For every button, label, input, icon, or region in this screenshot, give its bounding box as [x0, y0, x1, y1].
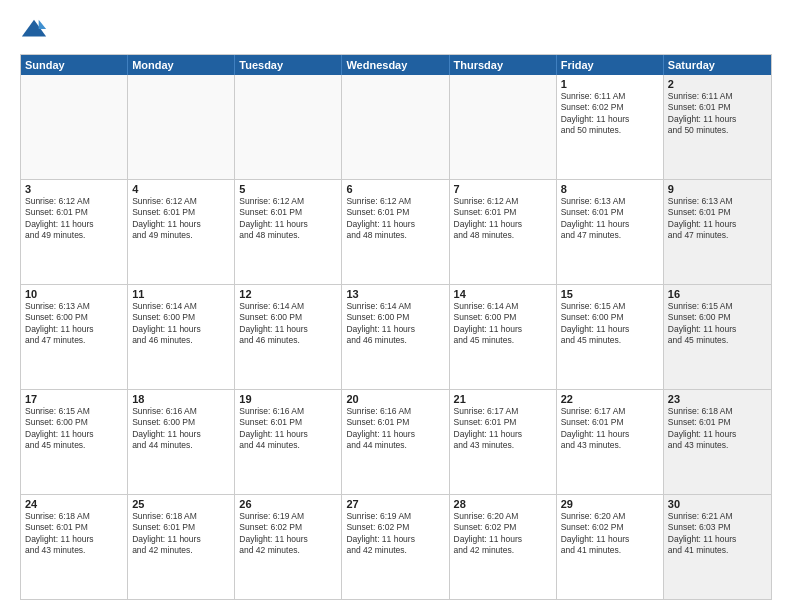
day-number: 5	[239, 183, 337, 195]
day-number: 27	[346, 498, 444, 510]
cell-text: Sunrise: 6:11 AM Sunset: 6:01 PM Dayligh…	[668, 91, 767, 137]
svg-marker-1	[39, 20, 46, 29]
logo-icon	[20, 16, 48, 44]
day-number: 24	[25, 498, 123, 510]
calendar-cell: 24Sunrise: 6:18 AM Sunset: 6:01 PM Dayli…	[21, 495, 128, 599]
page: SundayMondayTuesdayWednesdayThursdayFrid…	[0, 0, 792, 612]
day-number: 4	[132, 183, 230, 195]
calendar-cell	[342, 75, 449, 179]
cell-text: Sunrise: 6:14 AM Sunset: 6:00 PM Dayligh…	[239, 301, 337, 347]
day-number: 23	[668, 393, 767, 405]
calendar-cell: 11Sunrise: 6:14 AM Sunset: 6:00 PM Dayli…	[128, 285, 235, 389]
day-number: 20	[346, 393, 444, 405]
calendar-row: 1Sunrise: 6:11 AM Sunset: 6:02 PM Daylig…	[21, 75, 771, 180]
calendar-row: 24Sunrise: 6:18 AM Sunset: 6:01 PM Dayli…	[21, 495, 771, 599]
cell-text: Sunrise: 6:16 AM Sunset: 6:00 PM Dayligh…	[132, 406, 230, 452]
cell-text: Sunrise: 6:11 AM Sunset: 6:02 PM Dayligh…	[561, 91, 659, 137]
cell-text: Sunrise: 6:20 AM Sunset: 6:02 PM Dayligh…	[454, 511, 552, 557]
day-number: 16	[668, 288, 767, 300]
day-number: 28	[454, 498, 552, 510]
day-number: 3	[25, 183, 123, 195]
calendar-body: 1Sunrise: 6:11 AM Sunset: 6:02 PM Daylig…	[21, 75, 771, 599]
day-number: 18	[132, 393, 230, 405]
day-number: 17	[25, 393, 123, 405]
cell-text: Sunrise: 6:13 AM Sunset: 6:00 PM Dayligh…	[25, 301, 123, 347]
calendar-cell: 26Sunrise: 6:19 AM Sunset: 6:02 PM Dayli…	[235, 495, 342, 599]
calendar-cell: 5Sunrise: 6:12 AM Sunset: 6:01 PM Daylig…	[235, 180, 342, 284]
calendar-cell: 23Sunrise: 6:18 AM Sunset: 6:01 PM Dayli…	[664, 390, 771, 494]
cell-text: Sunrise: 6:21 AM Sunset: 6:03 PM Dayligh…	[668, 511, 767, 557]
day-number: 26	[239, 498, 337, 510]
day-number: 6	[346, 183, 444, 195]
calendar-cell: 15Sunrise: 6:15 AM Sunset: 6:00 PM Dayli…	[557, 285, 664, 389]
calendar-row: 3Sunrise: 6:12 AM Sunset: 6:01 PM Daylig…	[21, 180, 771, 285]
cell-text: Sunrise: 6:12 AM Sunset: 6:01 PM Dayligh…	[239, 196, 337, 242]
calendar-cell	[21, 75, 128, 179]
cell-text: Sunrise: 6:19 AM Sunset: 6:02 PM Dayligh…	[239, 511, 337, 557]
cell-text: Sunrise: 6:12 AM Sunset: 6:01 PM Dayligh…	[25, 196, 123, 242]
calendar-header-cell: Sunday	[21, 55, 128, 75]
cell-text: Sunrise: 6:16 AM Sunset: 6:01 PM Dayligh…	[239, 406, 337, 452]
cell-text: Sunrise: 6:17 AM Sunset: 6:01 PM Dayligh…	[561, 406, 659, 452]
calendar-cell: 18Sunrise: 6:16 AM Sunset: 6:00 PM Dayli…	[128, 390, 235, 494]
day-number: 13	[346, 288, 444, 300]
calendar-header-cell: Monday	[128, 55, 235, 75]
calendar-header: SundayMondayTuesdayWednesdayThursdayFrid…	[21, 55, 771, 75]
calendar-cell: 22Sunrise: 6:17 AM Sunset: 6:01 PM Dayli…	[557, 390, 664, 494]
cell-text: Sunrise: 6:18 AM Sunset: 6:01 PM Dayligh…	[132, 511, 230, 557]
logo	[20, 16, 52, 44]
calendar: SundayMondayTuesdayWednesdayThursdayFrid…	[20, 54, 772, 600]
cell-text: Sunrise: 6:14 AM Sunset: 6:00 PM Dayligh…	[132, 301, 230, 347]
cell-text: Sunrise: 6:15 AM Sunset: 6:00 PM Dayligh…	[561, 301, 659, 347]
cell-text: Sunrise: 6:13 AM Sunset: 6:01 PM Dayligh…	[561, 196, 659, 242]
calendar-header-cell: Wednesday	[342, 55, 449, 75]
cell-text: Sunrise: 6:19 AM Sunset: 6:02 PM Dayligh…	[346, 511, 444, 557]
calendar-cell	[128, 75, 235, 179]
calendar-cell: 2Sunrise: 6:11 AM Sunset: 6:01 PM Daylig…	[664, 75, 771, 179]
calendar-cell: 1Sunrise: 6:11 AM Sunset: 6:02 PM Daylig…	[557, 75, 664, 179]
cell-text: Sunrise: 6:14 AM Sunset: 6:00 PM Dayligh…	[454, 301, 552, 347]
calendar-header-cell: Thursday	[450, 55, 557, 75]
calendar-cell: 21Sunrise: 6:17 AM Sunset: 6:01 PM Dayli…	[450, 390, 557, 494]
cell-text: Sunrise: 6:12 AM Sunset: 6:01 PM Dayligh…	[346, 196, 444, 242]
calendar-cell: 25Sunrise: 6:18 AM Sunset: 6:01 PM Dayli…	[128, 495, 235, 599]
day-number: 29	[561, 498, 659, 510]
calendar-cell: 12Sunrise: 6:14 AM Sunset: 6:00 PM Dayli…	[235, 285, 342, 389]
calendar-cell: 10Sunrise: 6:13 AM Sunset: 6:00 PM Dayli…	[21, 285, 128, 389]
calendar-row: 17Sunrise: 6:15 AM Sunset: 6:00 PM Dayli…	[21, 390, 771, 495]
day-number: 15	[561, 288, 659, 300]
calendar-header-cell: Saturday	[664, 55, 771, 75]
calendar-cell: 7Sunrise: 6:12 AM Sunset: 6:01 PM Daylig…	[450, 180, 557, 284]
calendar-cell: 4Sunrise: 6:12 AM Sunset: 6:01 PM Daylig…	[128, 180, 235, 284]
day-number: 10	[25, 288, 123, 300]
header	[20, 16, 772, 44]
calendar-cell: 30Sunrise: 6:21 AM Sunset: 6:03 PM Dayli…	[664, 495, 771, 599]
day-number: 14	[454, 288, 552, 300]
calendar-header-cell: Tuesday	[235, 55, 342, 75]
day-number: 21	[454, 393, 552, 405]
calendar-cell: 16Sunrise: 6:15 AM Sunset: 6:00 PM Dayli…	[664, 285, 771, 389]
calendar-cell: 17Sunrise: 6:15 AM Sunset: 6:00 PM Dayli…	[21, 390, 128, 494]
cell-text: Sunrise: 6:17 AM Sunset: 6:01 PM Dayligh…	[454, 406, 552, 452]
calendar-header-cell: Friday	[557, 55, 664, 75]
day-number: 25	[132, 498, 230, 510]
cell-text: Sunrise: 6:14 AM Sunset: 6:00 PM Dayligh…	[346, 301, 444, 347]
calendar-cell: 29Sunrise: 6:20 AM Sunset: 6:02 PM Dayli…	[557, 495, 664, 599]
cell-text: Sunrise: 6:18 AM Sunset: 6:01 PM Dayligh…	[25, 511, 123, 557]
cell-text: Sunrise: 6:15 AM Sunset: 6:00 PM Dayligh…	[25, 406, 123, 452]
calendar-row: 10Sunrise: 6:13 AM Sunset: 6:00 PM Dayli…	[21, 285, 771, 390]
calendar-cell: 3Sunrise: 6:12 AM Sunset: 6:01 PM Daylig…	[21, 180, 128, 284]
calendar-cell: 20Sunrise: 6:16 AM Sunset: 6:01 PM Dayli…	[342, 390, 449, 494]
calendar-cell: 8Sunrise: 6:13 AM Sunset: 6:01 PM Daylig…	[557, 180, 664, 284]
cell-text: Sunrise: 6:15 AM Sunset: 6:00 PM Dayligh…	[668, 301, 767, 347]
calendar-cell	[450, 75, 557, 179]
day-number: 8	[561, 183, 659, 195]
calendar-cell: 14Sunrise: 6:14 AM Sunset: 6:00 PM Dayli…	[450, 285, 557, 389]
day-number: 1	[561, 78, 659, 90]
day-number: 9	[668, 183, 767, 195]
calendar-cell: 27Sunrise: 6:19 AM Sunset: 6:02 PM Dayli…	[342, 495, 449, 599]
day-number: 2	[668, 78, 767, 90]
calendar-cell: 13Sunrise: 6:14 AM Sunset: 6:00 PM Dayli…	[342, 285, 449, 389]
calendar-cell: 19Sunrise: 6:16 AM Sunset: 6:01 PM Dayli…	[235, 390, 342, 494]
day-number: 30	[668, 498, 767, 510]
